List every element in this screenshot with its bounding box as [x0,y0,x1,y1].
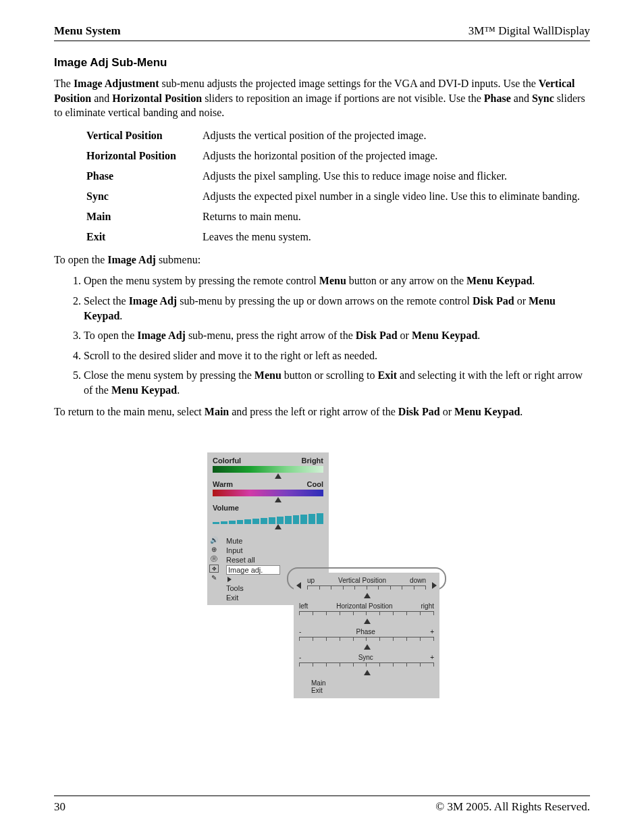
arrow-left-icon[interactable] [296,582,301,589]
osd-figure: ColorfulBright WarmCool Volume [207,452,437,605]
footer-rule [54,796,590,796]
tools-icon: ✎ [209,574,219,582]
step-5: Close the menu system by pressing the Me… [84,368,590,397]
label-right: right [421,602,434,610]
label-sync: Sync [358,654,373,661]
step-2: Select the Image Adj sub-menu by pressin… [84,294,590,323]
label-plus: + [430,628,434,635]
colorful-slider[interactable] [213,466,323,473]
menu-item-exit[interactable]: Exit [226,593,284,602]
label-cool: Cool [307,480,323,488]
step-3: To open the Image Adj sub-menu, press th… [84,328,590,343]
label-down: down [410,577,426,584]
submenu-main[interactable]: Main [311,679,434,687]
menu-item-mute[interactable]: Mute [226,536,284,546]
reset-icon: Ⓡ [209,555,219,563]
label-warm: Warm [213,480,233,488]
phase-slider[interactable] [299,637,434,644]
input-icon: ⊕ [209,546,219,554]
arrow-right-icon[interactable] [432,582,437,589]
label-up: up [307,577,315,584]
label-hpos: Horizontal Position [336,602,392,610]
hpos-slider[interactable] [299,611,434,619]
chevron-right-icon [227,577,232,582]
step-4: Scroll to the desired slider and move it… [84,348,590,363]
def-desc: Leaves the menu system. [203,231,590,243]
page-number: 30 [54,800,65,814]
submenu-exit[interactable]: Exit [311,687,434,694]
speaker-icon: 🔊 [209,536,219,544]
osd-main-panel: ColorfulBright WarmCool Volume [207,452,329,535]
def-term: Exit [86,231,203,243]
def-desc: Returns to main menu. [203,211,590,223]
def-term: Sync [86,190,203,203]
header-rule [54,41,590,41]
label-bright: Bright [302,457,323,465]
label-minus: - [299,628,301,635]
label-plus: + [430,654,434,661]
warm-slider[interactable] [213,490,323,496]
header-section: Menu System [54,24,121,38]
steps-list: Open the menu system by pressing the rem… [68,273,590,397]
sync-slider[interactable] [299,662,434,670]
vpos-slider[interactable] [307,585,426,593]
label-volume: Volume [213,504,239,512]
section-title: Image Adj Sub-Menu [54,56,590,70]
label-colorful: Colorful [213,457,241,465]
label-vpos: Vertical Position [338,577,386,584]
blank-icon [209,583,219,592]
menu-item-reset[interactable]: Reset all [226,555,284,565]
menu-item-tools[interactable]: Tools [226,583,284,593]
label-phase: Phase [356,628,375,635]
def-term: Main [86,211,203,223]
header-product: 3M™ Digital WallDisplay [468,24,590,38]
def-term: Vertical Position [86,130,203,142]
definitions-table: Vertical PositionAdjusts the vertical po… [86,130,590,243]
imageadj-icon: ✥ [209,565,219,573]
def-term: Horizontal Position [86,150,203,162]
step-1: Open the menu system by pressing the rem… [84,273,590,288]
def-desc: Adjusts the vertical position of the pro… [203,130,590,142]
def-desc: Adjusts the horizontal position of the p… [203,150,590,162]
volume-slider[interactable] [213,512,323,524]
menu-item-input[interactable]: Input [226,546,284,555]
label-left: left [299,602,308,610]
return-line: To return to the main menu, select Main … [54,405,590,419]
def-term: Phase [86,170,203,182]
open-lead: To open the Image Adj submenu: [54,253,590,267]
copyright: © 3M 2005. All Rights Reserved. [435,800,590,814]
def-desc: Adjusts the pixel sampling. Use this to … [203,170,590,182]
menu-item-imageadj[interactable]: Image adj. [226,565,284,583]
label-minus: - [299,654,301,661]
intro-paragraph: The Image Adjustment sub-menu adjusts th… [54,76,590,120]
def-desc: Adjusts the expected pixel number in a s… [203,190,590,203]
osd-submenu-panel: upVertical Positiondown leftHorizontal P… [294,573,439,698]
